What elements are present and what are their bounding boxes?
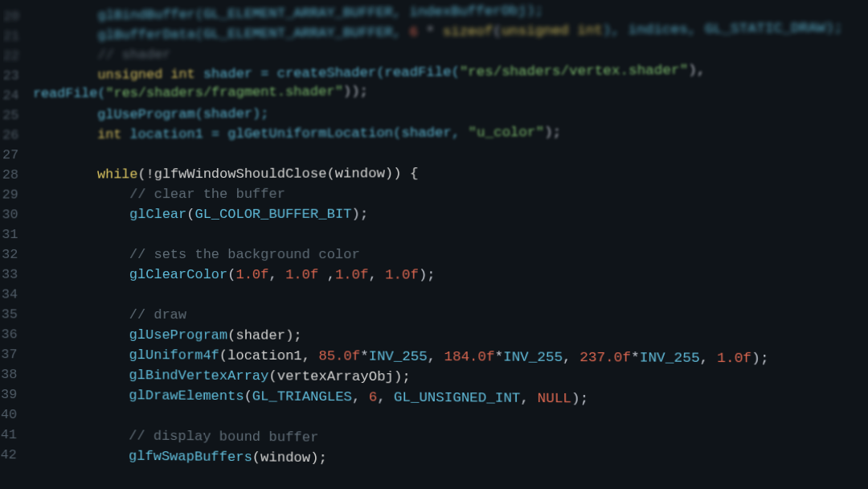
line-number-gutter: 20 21 22 23 24 25 26 27 28 29 30 31 32 3… [0, 6, 33, 486]
line-number: 21 [3, 27, 19, 47]
line-number: 42 [1, 445, 17, 465]
code-line[interactable] [32, 285, 847, 307]
line-number: 33 [2, 265, 18, 285]
line-number: 39 [1, 384, 17, 405]
code-line[interactable]: glClear(GL_COLOR_BUFFER_BIT); [32, 203, 845, 224]
line-number: 20 [3, 6, 19, 27]
line-number: 38 [1, 364, 17, 384]
code-editor[interactable]: 20 21 22 23 24 25 26 27 28 29 30 31 32 3… [0, 0, 868, 489]
line-number: 40 [1, 405, 17, 425]
code-line[interactable] [32, 224, 845, 244]
code-line[interactable]: int location1 = glGetUniformLocation(sha… [33, 121, 845, 146]
line-number: 30 [2, 204, 18, 224]
line-number: 22 [3, 46, 19, 66]
code-line[interactable]: while(!glfwWindowShouldClose(window)) { [32, 162, 845, 185]
line-number: 25 [2, 105, 18, 125]
line-number: 26 [2, 125, 18, 146]
line-number: 24 [2, 85, 18, 105]
code-line[interactable]: // sets the background color [32, 244, 846, 265]
line-number: 28 [2, 165, 18, 185]
line-number: 31 [2, 224, 18, 244]
code-line[interactable] [33, 141, 845, 165]
code-lines[interactable]: glBindBuffer(GL_ELEMENT_ARRAY_BUFFER, in… [31, 0, 849, 489]
line-number: 27 [2, 145, 18, 165]
line-number: 23 [3, 66, 19, 86]
line-number: 29 [2, 185, 18, 205]
line-number: 37 [1, 344, 17, 364]
line-number: 41 [1, 425, 17, 445]
line-number: 36 [1, 324, 17, 344]
line-number: 32 [2, 244, 18, 265]
line-number: 34 [2, 285, 18, 305]
code-line[interactable]: glClearColor(1.0f, 1.0f ,1.0f, 1.0f); [32, 265, 846, 286]
line-number: 35 [2, 304, 18, 324]
code-line[interactable]: // clear the buffer [32, 183, 845, 205]
